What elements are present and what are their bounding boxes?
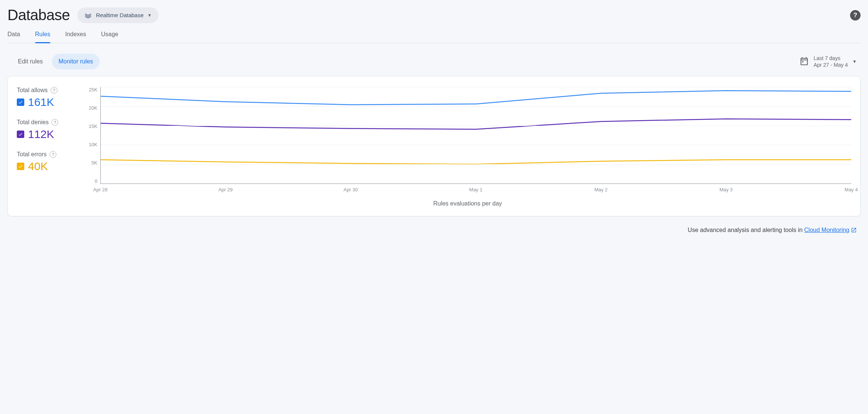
top-tab-usage[interactable]: Usage xyxy=(101,27,118,43)
legend-errors-label: Total errors xyxy=(17,151,47,158)
y-tick: 20K xyxy=(89,105,97,111)
chart-y-axis: 25K20K15K10K5K0 xyxy=(84,87,100,184)
realtime-database-icon xyxy=(84,11,92,19)
help-button[interactable]: ? xyxy=(850,10,861,21)
cloud-monitoring-hint: Use advanced analysis and alerting tools… xyxy=(7,227,861,233)
x-tick: Apr 28 xyxy=(93,187,107,192)
y-tick: 5K xyxy=(91,160,97,166)
y-tick: 25K xyxy=(89,87,97,92)
database-selector-dropdown[interactable]: Realtime Database ▼ xyxy=(77,7,158,23)
legend-item-allows: Total allows ? 161K xyxy=(17,87,73,109)
chart-plot-area xyxy=(100,87,851,184)
top-tab-rules[interactable]: Rules xyxy=(35,27,50,43)
monitor-rules-card: Total allows ? 161K Total denies ? xyxy=(7,76,861,216)
legend-errors-value: 40K xyxy=(28,160,48,173)
x-tick: Apr 29 xyxy=(218,187,232,192)
subtab-monitor-rules[interactable]: Monitor rules xyxy=(52,54,100,69)
chevron-down-icon: ▼ xyxy=(147,13,152,18)
calendar-icon xyxy=(799,56,809,67)
top-tab-data[interactable]: Data xyxy=(7,27,20,43)
legend-denies-value: 112K xyxy=(28,128,54,141)
chart-x-axis: Apr 28Apr 29Apr 30May 1May 2May 3May 4 xyxy=(100,187,851,194)
x-tick: May 3 xyxy=(719,187,733,192)
x-tick: May 1 xyxy=(469,187,482,192)
chart-series-total-allows xyxy=(101,91,851,105)
top-tabs: DataRulesIndexesUsage xyxy=(7,27,861,43)
legend-errors-checkbox[interactable] xyxy=(17,163,24,170)
date-range-label: Last 7 days xyxy=(814,55,848,62)
cloud-monitoring-link[interactable]: Cloud Monitoring xyxy=(804,227,857,233)
legend-item-errors: Total errors ? 40K xyxy=(17,151,73,173)
chart-series-total-denies xyxy=(101,119,851,129)
top-tab-indexes[interactable]: Indexes xyxy=(65,27,86,43)
y-tick: 10K xyxy=(89,142,97,147)
legend-allows-value: 161K xyxy=(28,96,54,109)
x-tick: Apr 30 xyxy=(344,187,358,192)
help-icon[interactable]: ? xyxy=(50,151,56,158)
x-tick: May 4 xyxy=(844,187,858,192)
date-range-dates: Apr 27 - May 4 xyxy=(814,62,848,68)
legend-allows-checkbox[interactable] xyxy=(17,98,24,106)
chart-legend: Total allows ? 161K Total denies ? xyxy=(17,87,73,207)
help-icon[interactable]: ? xyxy=(51,119,58,126)
chart-title: Rules evaluations per day xyxy=(84,200,851,207)
page-title: Database xyxy=(7,7,70,23)
rules-chart: 25K20K15K10K5K0 xyxy=(84,87,851,184)
help-icon[interactable]: ? xyxy=(51,87,57,94)
external-link-icon xyxy=(851,227,857,233)
chevron-down-icon: ▼ xyxy=(852,59,857,64)
legend-denies-label: Total denies xyxy=(17,119,49,126)
x-tick: May 2 xyxy=(594,187,608,192)
legend-denies-checkbox[interactable] xyxy=(17,131,24,138)
legend-item-denies: Total denies ? 112K xyxy=(17,119,73,141)
chart-series-total-errors xyxy=(101,160,851,164)
date-range-picker[interactable]: Last 7 days Apr 27 - May 4 ▼ xyxy=(799,55,861,68)
y-tick: 15K xyxy=(89,123,97,129)
y-tick: 0 xyxy=(95,178,97,184)
database-selector-label: Realtime Database xyxy=(96,12,144,18)
subtab-edit-rules[interactable]: Edit rules xyxy=(11,54,50,69)
legend-allows-label: Total allows xyxy=(17,87,48,94)
footer-prefix-text: Use advanced analysis and alerting tools… xyxy=(688,227,804,233)
